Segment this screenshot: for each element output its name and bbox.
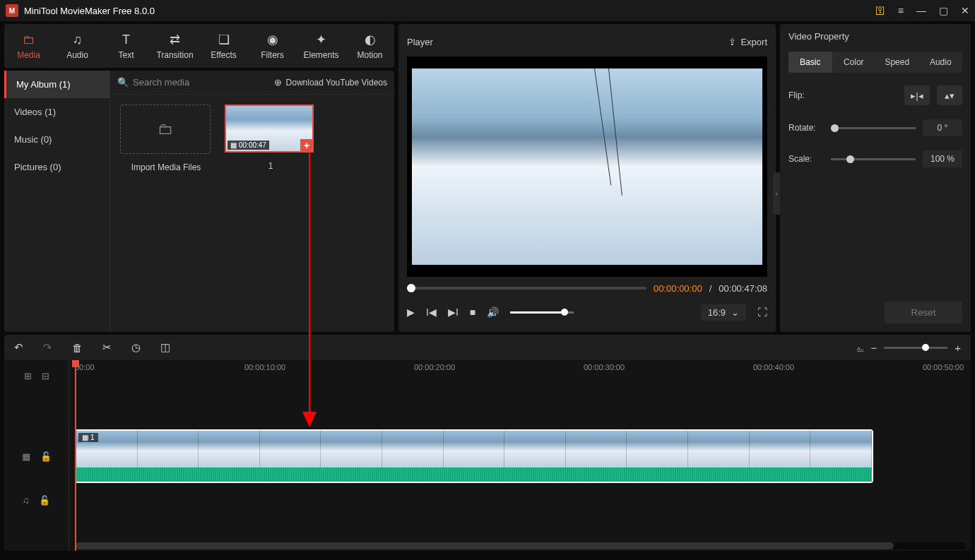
add-track-button[interactable]: ⊞ [24, 371, 32, 381]
folder-icon: 🗀 [158, 120, 173, 138]
scale-label: Scale: [788, 154, 824, 164]
time-ruler[interactable]: 00:00 00:00:10:00 00:00:20:00 00:00:30:0… [69, 360, 971, 391]
crop-button[interactable]: ◫ [160, 341, 170, 354]
video-track[interactable]: ▦1 [69, 428, 971, 484]
tab-color[interactable]: Color [832, 52, 876, 73]
playhead[interactable] [75, 360, 76, 551]
media-clip[interactable]: ▦00:00:47 + 1 [225, 105, 317, 171]
undo-button[interactable]: ↶ [14, 341, 23, 354]
tab-basic[interactable]: Basic [788, 52, 832, 73]
tab-audio[interactable]: Audio [919, 52, 963, 73]
track-add-row: ⊞ ⊟ [4, 360, 69, 391]
remove-track-button[interactable]: ⊟ [42, 371, 49, 381]
clip-duration: 00:00:47 [239, 141, 266, 149]
split-button[interactable]: ✂ [102, 341, 112, 354]
tool-elements[interactable]: ✦Elements [297, 24, 345, 68]
export-button[interactable]: ⇪ Export [728, 37, 767, 47]
flip-label: Flip: [788, 90, 824, 100]
video-track-icon: ▦ [22, 451, 30, 462]
rotate-label: Rotate: [788, 123, 824, 133]
collapse-handle[interactable]: › [773, 172, 780, 215]
timeline-toolbar: ↶ ↷ 🗑 ✂ ◷ ◫ ⎁ − + [4, 335, 971, 360]
tool-effects[interactable]: ❏Effects [199, 24, 248, 68]
timeline-clip[interactable]: ▦1 [75, 429, 873, 483]
timeline-scrollbar[interactable] [75, 542, 965, 549]
lock-icon[interactable]: 🔓 [39, 495, 50, 506]
delete-button[interactable]: 🗑 [72, 342, 83, 354]
fullscreen-button[interactable]: ⛶ [757, 306, 767, 318]
clip-label: 1 [225, 161, 317, 171]
time-current: 00:00:00:00 [654, 283, 702, 294]
property-panel: › Video Property Basic Color Speed Audio… [780, 24, 971, 332]
key-icon[interactable]: ⚿ [875, 5, 885, 16]
time-sep: / [709, 283, 712, 294]
sidebar-item-album[interactable]: My Album (1) [4, 71, 110, 98]
tool-text[interactable]: TText [102, 24, 150, 68]
player-title: Player [407, 37, 728, 47]
clip-waveform [76, 467, 872, 482]
time-total: 00:00:47:08 [719, 283, 767, 294]
tab-speed[interactable]: Speed [875, 52, 919, 73]
chevron-down-icon: ⌄ [731, 307, 739, 318]
scale-slider[interactable] [831, 158, 916, 160]
player-panel: Player ⇪ Export 00:00:00:00 / 00:00:47:0… [398, 24, 776, 332]
sidebar-item-music[interactable]: Music (0) [4, 126, 110, 153]
youtube-icon[interactable]: ⊕ [274, 77, 282, 88]
audio-track[interactable] [69, 484, 971, 520]
video-icon: ▦ [230, 141, 237, 149]
download-youtube[interactable]: Download YouTube Videos [286, 78, 387, 88]
play-button[interactable]: ▶ [407, 306, 415, 318]
main-toolbar: 🗀Media ♫Audio TText ⇄Transition ❏Effects… [4, 24, 394, 68]
zoom-slider[interactable] [884, 347, 947, 349]
sidebar-item-pictures[interactable]: Pictures (0) [4, 153, 110, 181]
app-title: MiniTool MovieMaker Free 8.0.0 [24, 6, 875, 16]
scale-value[interactable]: 100 % [923, 150, 962, 167]
flip-horizontal-button[interactable]: ▸|◂ [904, 85, 930, 105]
lock-icon[interactable]: 🔓 [40, 451, 52, 462]
prev-frame-button[interactable]: I◀ [426, 306, 437, 318]
scrub-bar[interactable] [407, 287, 646, 290]
aspect-select[interactable]: 16:9⌄ [701, 304, 746, 321]
menu-icon[interactable]: ≡ [898, 5, 904, 16]
reset-button[interactable]: Reset [885, 302, 962, 323]
speed-button[interactable]: ◷ [131, 341, 141, 354]
search-icon[interactable]: 🔍 [117, 77, 129, 88]
rotate-value[interactable]: 0 ° [923, 119, 962, 136]
property-title: Video Property [788, 31, 962, 42]
clip-icon: ▦ [82, 434, 88, 441]
volume-icon[interactable]: 🔊 [487, 306, 499, 318]
tool-filters[interactable]: ◉Filters [248, 24, 297, 68]
music-track-icon: ♫ [23, 495, 30, 506]
export-icon: ⇪ [728, 37, 736, 47]
volume-slider[interactable] [510, 311, 574, 314]
minimize-icon[interactable]: — [916, 5, 926, 16]
add-clip-button[interactable]: + [300, 139, 313, 152]
tool-transition[interactable]: ⇄Transition [150, 24, 199, 68]
audio-track-head: ♫ 🔓 [4, 484, 69, 516]
fit-button[interactable]: ⎁ [857, 342, 863, 354]
next-frame-button[interactable]: ▶I [448, 306, 459, 318]
zoom-in-button[interactable]: + [955, 342, 961, 354]
app-logo: M [6, 4, 18, 17]
tool-media[interactable]: 🗀Media [4, 24, 53, 68]
tool-audio[interactable]: ♫Audio [53, 24, 102, 68]
search-input[interactable]: Search media [133, 77, 270, 88]
media-sidebar: My Album (1) Videos (1) Music (0) Pictur… [4, 71, 110, 332]
tool-motion[interactable]: ◐Motion [345, 24, 394, 68]
rotate-slider[interactable] [831, 127, 916, 129]
import-media[interactable]: 🗀 Import Media Files [120, 105, 212, 172]
sidebar-item-videos[interactable]: Videos (1) [4, 98, 110, 126]
redo-button[interactable]: ↷ [43, 341, 52, 354]
stop-button[interactable]: ■ [470, 306, 475, 318]
import-label: Import Media Files [120, 162, 212, 172]
flip-vertical-button[interactable]: ▴▾ [937, 85, 962, 105]
maximize-icon[interactable]: ▢ [939, 5, 948, 16]
close-icon[interactable]: ✕ [961, 5, 969, 16]
zoom-out-button[interactable]: − [870, 342, 877, 354]
titlebar: M MiniTool MovieMaker Free 8.0.0 ⚿ ≡ — ▢… [0, 0, 975, 21]
preview-area[interactable] [407, 56, 767, 277]
video-track-head: ▦ 🔓 [4, 428, 69, 484]
